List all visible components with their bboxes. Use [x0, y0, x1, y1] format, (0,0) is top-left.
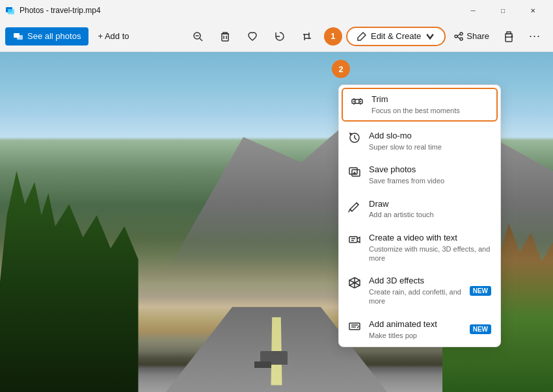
trees-left — [0, 171, 139, 392]
see-all-label: See all photos — [27, 31, 81, 41]
print-button[interactable] — [497, 25, 520, 48]
effects-3d-text: Add 3D effects Create rain, add confetti… — [369, 276, 462, 306]
effects-3d-title: Add 3D effects — [369, 276, 462, 287]
crop-icon — [301, 31, 313, 42]
save-photos-icon — [348, 165, 361, 178]
trim-text: Trim Focus on the best moments — [371, 94, 489, 115]
draw-title: Draw — [369, 199, 491, 210]
close-button[interactable]: ✕ — [518, 0, 548, 21]
chevron-down-icon — [425, 31, 435, 42]
step1-badge: 1 — [324, 27, 342, 46]
edit-create-label: Edit & Create — [371, 31, 421, 41]
save-photos-title: Save photos — [369, 164, 491, 176]
animated-text-title: Add animated text — [369, 319, 462, 330]
see-all-photos-button[interactable]: See all photos — [5, 27, 88, 46]
share-label: Share — [466, 31, 489, 41]
create-video-title: Create a video with text — [369, 233, 491, 244]
trim-icon — [351, 95, 364, 108]
trim-title: Trim — [371, 94, 489, 105]
trim-desc: Focus on the best moments — [371, 106, 489, 115]
maximize-button[interactable]: □ — [488, 0, 518, 21]
svg-rect-16 — [506, 37, 512, 42]
title-bar-left: Photos - travel-trip.mp4 — [5, 5, 101, 16]
more-button[interactable]: ··· — [522, 25, 548, 48]
svg-rect-1 — [8, 9, 14, 14]
svg-rect-17 — [507, 32, 511, 34]
create-video-desc: Customize with music, 3D effects, and mo… — [369, 244, 491, 263]
toolbar-actions: 1 Edit & Create Share — [185, 25, 548, 48]
dropdown-menu: Trim Focus on the best moments Add slo-m… — [338, 85, 501, 347]
create-video-text: Create a video with text Customize with … — [369, 233, 491, 263]
svg-rect-3 — [17, 35, 23, 40]
animated-text-icon — [348, 320, 361, 333]
favorite-button[interactable] — [239, 25, 265, 48]
animated-text-new-badge: NEW — [470, 324, 491, 334]
zoom-out-button[interactable] — [185, 25, 211, 48]
slomo-desc: Super slow to real time — [369, 142, 491, 151]
rotate-button[interactable] — [267, 25, 293, 48]
menu-item-slomo[interactable]: Add slo-mo Super slow to real time — [339, 124, 500, 158]
menu-item-3d-effects[interactable]: Add 3D effects Create rain, add confetti… — [339, 269, 500, 312]
edit-create-icon — [357, 31, 367, 42]
zoom-out-icon — [192, 31, 204, 42]
svg-line-30 — [349, 209, 350, 212]
heart-icon — [247, 31, 258, 42]
save-photos-text: Save photos Save frames from video — [369, 164, 491, 185]
svg-line-15 — [457, 36, 460, 38]
title-bar-controls: ─ □ ✕ — [458, 0, 548, 21]
effects-3d-desc: Create rain, add confetti, and more — [369, 287, 462, 306]
more-icon: ··· — [529, 29, 541, 43]
crop-button[interactable] — [294, 25, 320, 48]
video-text-icon — [348, 233, 361, 246]
draw-desc: Add an artistic touch — [369, 210, 491, 219]
delete-button[interactable] — [212, 25, 238, 48]
delete-icon — [219, 31, 231, 42]
title-bar: Photos - travel-trip.mp4 ─ □ ✕ — [0, 0, 553, 21]
svg-line-5 — [200, 38, 202, 41]
save-photos-desc: Save frames from video — [369, 176, 491, 185]
minimize-button[interactable]: ─ — [458, 0, 488, 21]
draw-icon — [348, 200, 361, 213]
svg-line-28 — [357, 203, 358, 205]
slomo-text: Add slo-mo Super slow to real time — [369, 131, 491, 151]
svg-rect-31 — [349, 237, 357, 242]
car1-body — [254, 361, 271, 368]
add-to-button[interactable]: + Add to — [91, 27, 135, 45]
effects-3d-new-badge: NEW — [470, 286, 491, 296]
window-title: Photos - travel-trip.mp4 — [20, 6, 101, 15]
svg-rect-7 — [222, 34, 228, 41]
toolbar-left: See all photos + Add to — [5, 27, 135, 46]
menu-item-draw[interactable]: Draw Add an artistic touch — [339, 192, 500, 226]
animated-text-desc: Make titles pop — [369, 331, 462, 340]
menu-item-animated-text[interactable]: Add animated text Make titles pop NEW — [339, 313, 500, 346]
menu-item-save-photos[interactable]: Save photos Save frames from video — [339, 158, 500, 192]
slomo-title: Add slo-mo — [369, 131, 491, 142]
menu-item-create-video[interactable]: Create a video with text Customize with … — [339, 226, 500, 269]
effects-3d-icon — [348, 276, 361, 289]
print-icon — [503, 31, 515, 42]
slomo-icon — [348, 131, 361, 144]
menu-item-trim[interactable]: Trim Focus on the best moments — [342, 88, 498, 122]
add-to-label: + Add to — [98, 31, 129, 41]
edit-create-button[interactable]: Edit & Create — [346, 27, 446, 46]
share-button[interactable]: Share — [447, 27, 496, 46]
svg-point-18 — [511, 36, 512, 36]
animated-text-text: Add animated text Make titles pop — [369, 319, 462, 340]
draw-text: Draw Add an artistic touch — [369, 199, 491, 220]
main-content: 2 Trim Focus on the best moments — [0, 52, 553, 392]
photos-icon — [13, 31, 23, 42]
photos-app-icon — [5, 5, 16, 16]
step2-badge: 2 — [332, 60, 350, 78]
toolbar: See all photos + Add to — [0, 21, 553, 52]
share-icon — [453, 31, 464, 42]
svg-line-14 — [457, 34, 460, 36]
rotate-icon — [274, 31, 286, 42]
